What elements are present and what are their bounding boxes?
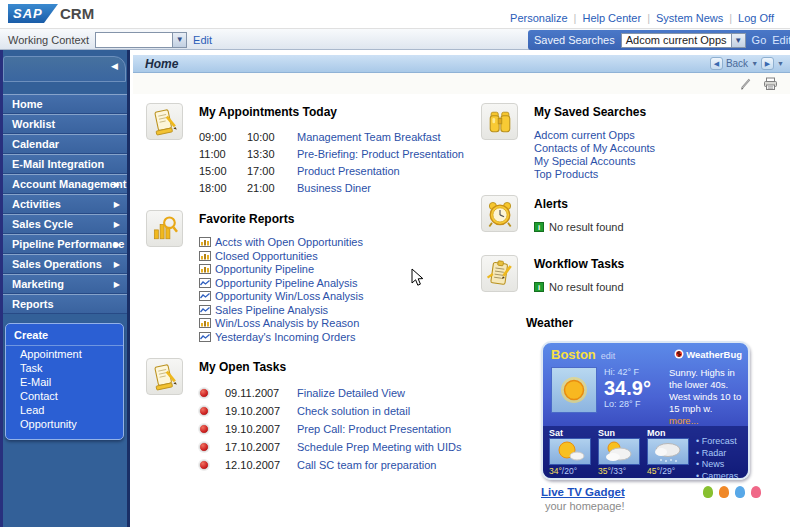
- chevron-down-icon[interactable]: ▼: [172, 33, 186, 47]
- weather-edit-link[interactable]: edit: [601, 351, 674, 361]
- weather-city: Boston: [551, 347, 596, 362]
- saved-search-go-button[interactable]: Go: [752, 34, 767, 46]
- task-link[interactable]: Check solution in detail: [297, 402, 461, 420]
- report-link[interactable]: Win/Loss Analysis by Reason: [215, 317, 359, 329]
- clipboard-pencil-icon: [481, 255, 518, 292]
- print-icon[interactable]: [763, 77, 778, 91]
- task-link[interactable]: Prep Call: Product Presentation: [297, 420, 461, 438]
- weather-forecast-link[interactable]: Forecast: [702, 436, 737, 446]
- create-contact-link[interactable]: Contact: [6, 388, 123, 402]
- line-chart-icon: [199, 278, 211, 291]
- submenu-arrow-icon: ▶: [114, 195, 120, 214]
- priority-red-icon: [199, 460, 209, 470]
- task-link[interactable]: Schedule Prep Meeting with UIDs: [297, 438, 461, 456]
- forward-history-caret-icon[interactable]: ▼: [777, 60, 784, 67]
- create-lead-link[interactable]: Lead: [6, 402, 123, 416]
- weather-description: Sunny. Highs in the lower 40s. West wind…: [669, 367, 744, 427]
- forecast-day: Sun 35°/33°: [598, 428, 642, 478]
- sidebar-item-home[interactable]: Home: [3, 94, 127, 114]
- live-tv-gadget-link[interactable]: Live TV Gadget: [541, 486, 625, 498]
- personalize-link[interactable]: Personalize: [510, 12, 567, 24]
- sidebar-item-email-integration[interactable]: E-Mail Integration: [3, 154, 127, 174]
- page-toolbar: [133, 73, 790, 94]
- partly-cloudy-icon: [598, 438, 640, 465]
- sap-crm-logo: SAP CRM: [8, 4, 94, 23]
- tasks-notepad-icon: [146, 358, 183, 395]
- appointment-row: 09:0010:00Management Team Breakfast: [199, 129, 464, 146]
- weather-more-link[interactable]: more...: [669, 415, 699, 426]
- line-chart-icon: [199, 332, 211, 345]
- report-row: Yesterday's Incoming Orders: [199, 331, 364, 345]
- weatherbug-logo: WeatherBug: [674, 349, 742, 360]
- gadget-orange-icon[interactable]: [719, 486, 729, 498]
- appointment-link[interactable]: Pre-Briefing: Product Presentation: [297, 146, 464, 163]
- weather-current-temp: 34.9°: [604, 377, 662, 399]
- saved-search-link[interactable]: My Special Accounts: [534, 155, 655, 168]
- sidebar-item-calendar[interactable]: Calendar: [3, 134, 127, 154]
- appointments-section: My Appointments Today 09:0010:00Manageme…: [146, 103, 476, 197]
- appointment-link[interactable]: Business Diner: [297, 180, 464, 197]
- help-center-link[interactable]: Help Center: [582, 12, 641, 24]
- chevron-down-icon[interactable]: ▼: [731, 34, 745, 47]
- task-row: 12.10.2007Call SC team for preparation: [199, 456, 461, 474]
- report-row: Opportunity Win/Loss Analysis: [199, 290, 364, 304]
- create-opportunity-link[interactable]: Opportunity: [6, 416, 123, 430]
- back-history-caret-icon[interactable]: ▼: [751, 60, 758, 67]
- personalize-pencil-icon[interactable]: [739, 77, 753, 91]
- system-news-link[interactable]: System News: [656, 12, 723, 24]
- crm-brand-text: CRM: [60, 5, 94, 22]
- section-title: Alerts: [534, 197, 624, 211]
- sidebar-item-pipeline-performance[interactable]: Pipeline Performance▶: [3, 234, 127, 254]
- forward-arrow-icon[interactable]: ▶: [761, 57, 774, 70]
- report-link[interactable]: Accts with Open Opportunities: [215, 236, 363, 248]
- gadget-pink-icon[interactable]: [751, 486, 761, 498]
- collapse-sidebar-icon[interactable]: ◀: [111, 61, 118, 71]
- back-button[interactable]: Back: [726, 58, 748, 69]
- gadget-bear-icons: [703, 486, 761, 498]
- sidebar-item-activities[interactable]: Activities▶: [3, 194, 127, 214]
- saved-search-link[interactable]: Adcom current Opps: [534, 129, 655, 142]
- line-chart-icon: [199, 305, 211, 318]
- weather-cameras-link[interactable]: Cameras: [702, 471, 739, 481]
- report-link[interactable]: Sales Pipeline Analysis: [215, 304, 328, 316]
- report-link[interactable]: Yesterday's Incoming Orders: [215, 331, 355, 343]
- submenu-arrow-icon: ▶: [114, 175, 120, 194]
- report-link[interactable]: Opportunity Win/Loss Analysis: [215, 290, 364, 302]
- weather-links: • Forecast • Radar • News • Cameras: [696, 428, 738, 478]
- saved-search-link[interactable]: Contacts of My Accounts: [534, 142, 655, 155]
- bar-chart-icon: [199, 237, 211, 250]
- create-email-link[interactable]: E-Mail: [6, 374, 123, 388]
- sidebar-item-reports[interactable]: Reports: [3, 294, 127, 314]
- main-content: Home ◀ Back ▼ ▶ ▼ My Appointments Today …: [133, 50, 790, 527]
- section-title: Favorite Reports: [199, 212, 364, 226]
- report-link[interactable]: Opportunity Pipeline Analysis: [215, 277, 357, 289]
- create-task-link[interactable]: Task: [6, 360, 123, 374]
- reports-chart-magnifier-icon: [146, 210, 183, 247]
- appointment-link[interactable]: Management Team Breakfast: [297, 129, 464, 146]
- gadget-blue-icon[interactable]: [735, 486, 745, 498]
- weather-radar-link[interactable]: Radar: [702, 448, 727, 458]
- log-off-link[interactable]: Log Off: [738, 12, 774, 24]
- appointment-link[interactable]: Product Presentation: [297, 163, 464, 180]
- gadget-green-icon[interactable]: [703, 486, 713, 498]
- sidebar-item-worklist[interactable]: Worklist: [3, 114, 127, 134]
- saved-search-edit-link[interactable]: Edit: [772, 34, 790, 46]
- sidebar-item-account-management[interactable]: Account Management▶: [3, 174, 127, 194]
- saved-searches-dropdown[interactable]: Adcom current Opps ▼: [621, 33, 746, 48]
- create-appointment-link[interactable]: Appointment: [6, 346, 123, 360]
- working-context-edit-link[interactable]: Edit: [193, 34, 212, 46]
- weather-news-link[interactable]: News: [702, 459, 725, 469]
- report-link[interactable]: Opportunity Pipeline: [215, 263, 314, 275]
- saved-search-link[interactable]: Top Products: [534, 168, 655, 181]
- task-row: 17.10.2007Schedule Prep Meeting with UID…: [199, 438, 461, 456]
- sidebar-header: ◀: [3, 56, 126, 82]
- task-link[interactable]: Call SC team for preparation: [297, 456, 461, 474]
- back-arrow-icon[interactable]: ◀: [710, 57, 723, 70]
- working-context-dropdown[interactable]: ▼: [95, 32, 187, 48]
- report-link[interactable]: Closed Opportunities: [215, 250, 318, 262]
- sidebar-item-marketing[interactable]: Marketing▶: [3, 274, 127, 294]
- task-link[interactable]: Finalize Detailed View: [297, 384, 461, 402]
- sidebar-item-sales-cycle[interactable]: Sales Cycle▶: [3, 214, 127, 234]
- report-row: Win/Loss Analysis by Reason: [199, 317, 364, 331]
- sidebar-item-sales-operations[interactable]: Sales Operations▶: [3, 254, 127, 274]
